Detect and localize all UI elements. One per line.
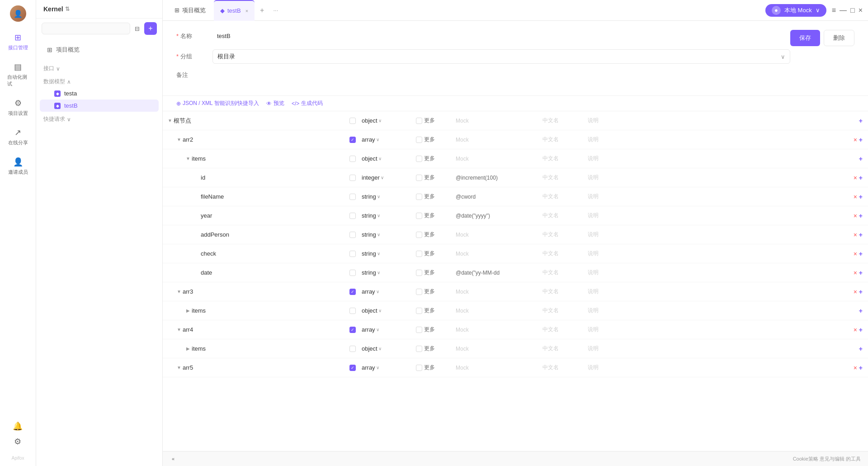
checkbox-addPerson[interactable] <box>349 232 356 238</box>
mock-badge[interactable]: ● 本地 Mock ∨ <box>765 4 826 17</box>
col-more-arr4[interactable]: 更多 <box>416 326 452 333</box>
more-label-check[interactable]: 更多 <box>424 250 435 257</box>
col-mock-check[interactable]: Mock <box>452 251 542 257</box>
tab-testB[interactable]: ◆ testB × <box>214 0 255 21</box>
checkbox-fileName[interactable] <box>349 194 356 200</box>
expand-arr3[interactable]: ▼ <box>175 288 183 295</box>
checkbox-arr4[interactable]: ✓ <box>349 327 356 333</box>
action-minus-check[interactable]: × <box>854 250 857 257</box>
col-more-addPerson[interactable]: 更多 <box>416 231 452 238</box>
nav-project-overview[interactable]: ⊞ 项目概览 <box>42 42 157 57</box>
tab-close-icon[interactable]: × <box>245 8 248 14</box>
action-plus-arr5[interactable]: + <box>859 364 863 371</box>
delete-button[interactable]: 删除 <box>824 30 854 46</box>
action-plus-arr3[interactable]: + <box>859 288 863 295</box>
more-label-items2[interactable]: 更多 <box>424 307 435 314</box>
col-type-items3[interactable]: object ∨ <box>362 345 416 352</box>
expand-root[interactable]: ▼ <box>166 117 174 124</box>
section-model-label[interactable]: 数据模型 ∧ <box>36 74 162 87</box>
checkbox-check[interactable] <box>349 251 356 257</box>
type-select-date[interactable]: string ∨ <box>362 269 380 276</box>
action-plus-items3[interactable]: + <box>859 345 863 352</box>
action-minus-arr3[interactable]: × <box>854 288 857 295</box>
more-label-arr4[interactable]: 更多 <box>424 326 435 333</box>
checkbox-arr3[interactable]: ✓ <box>349 289 356 295</box>
maximize-icon[interactable]: □ <box>850 6 855 14</box>
action-minus-arr4[interactable]: × <box>854 326 857 333</box>
col-type-items2[interactable]: object ∨ <box>362 307 416 314</box>
section-api-label[interactable]: 接口 ∨ <box>36 61 162 74</box>
action-plus-root[interactable]: + <box>859 117 863 124</box>
checkbox-date[interactable] <box>349 270 356 276</box>
sidebar-item-api[interactable]: ⊞ 接口管理 <box>4 29 33 55</box>
col-more-arr2[interactable]: 更多 <box>416 136 452 143</box>
action-plus-year[interactable]: + <box>859 212 863 219</box>
type-select-fileName[interactable]: string ∨ <box>362 193 380 200</box>
col-mock-arr3[interactable]: Mock <box>452 289 542 295</box>
col-more-items3[interactable]: 更多 <box>416 345 452 352</box>
action-plus-addPerson[interactable]: + <box>859 231 863 238</box>
col-mock-id[interactable]: @increment(100) <box>452 175 542 181</box>
action-plus-date[interactable]: + <box>859 269 863 276</box>
col-mock-date[interactable]: @date("yy-MM-dd <box>452 270 542 276</box>
checkbox-id[interactable] <box>349 175 356 181</box>
type-select-arr3[interactable]: array ∨ <box>362 288 379 295</box>
col-more-check[interactable]: 更多 <box>416 250 452 257</box>
gear-icon[interactable]: ⚙ <box>14 437 21 447</box>
col-more-items2[interactable]: 更多 <box>416 307 452 314</box>
col-type-year[interactable]: string ∨ <box>362 212 416 219</box>
preview-btn[interactable]: 👁 预览 <box>266 100 284 107</box>
type-select-items2[interactable]: object ∨ <box>362 307 382 314</box>
checkbox-root[interactable] <box>349 118 356 124</box>
hamburger-icon[interactable]: ≡ <box>832 6 836 14</box>
more-label-year[interactable]: 更多 <box>424 212 435 219</box>
save-button[interactable]: 保存 <box>790 30 820 46</box>
col-type-arr2[interactable]: array ∨ <box>362 136 416 143</box>
col-more-arr3[interactable]: 更多 <box>416 288 452 295</box>
col-type-root[interactable]: object ∨ <box>362 117 416 124</box>
action-minus-arr2[interactable]: × <box>854 136 857 143</box>
action-plus-arr2[interactable]: + <box>859 136 863 143</box>
expand-arr2[interactable]: ▼ <box>175 136 183 143</box>
col-type-arr5[interactable]: array ∨ <box>362 364 416 371</box>
more-label-items3[interactable]: 更多 <box>424 345 435 352</box>
col-more-year[interactable]: 更多 <box>416 212 452 219</box>
col-mock-items2[interactable]: Mock <box>452 308 542 314</box>
sidebar-item-settings[interactable]: ⚙ 项目设置 <box>4 95 33 120</box>
col-mock-year[interactable]: @date("yyyy") <box>452 213 542 219</box>
col-mock-arr5[interactable]: Mock <box>452 365 542 371</box>
col-mock-fileName[interactable]: @cword <box>452 194 542 200</box>
checkbox-year[interactable] <box>349 213 356 219</box>
type-select-id[interactable]: integer ∨ <box>362 174 384 181</box>
action-plus-check[interactable]: + <box>859 250 863 257</box>
tab-project-overview[interactable]: ⊞ 项目概览 <box>168 0 212 21</box>
more-label-items1[interactable]: 更多 <box>424 155 435 162</box>
col-mock-items1[interactable]: Mock <box>452 156 542 162</box>
action-minus-fileName[interactable]: × <box>854 193 857 200</box>
minimize-icon[interactable]: — <box>840 6 847 14</box>
tree-item-testB[interactable]: ◆ testB <box>40 100 159 112</box>
more-label-date[interactable]: 更多 <box>424 269 435 276</box>
col-mock-arr4[interactable]: Mock <box>452 327 542 333</box>
sidebar-item-share[interactable]: ↗ 在线分享 <box>4 124 33 150</box>
more-label-arr3[interactable]: 更多 <box>424 288 435 295</box>
action-plus-id[interactable]: + <box>859 174 863 181</box>
type-select-arr5[interactable]: array ∨ <box>362 364 379 371</box>
more-label-arr5[interactable]: 更多 <box>424 364 435 371</box>
action-minus-id[interactable]: × <box>854 174 857 181</box>
col-more-date[interactable]: 更多 <box>416 269 452 276</box>
tab-add-button[interactable]: + <box>256 5 268 16</box>
col-type-items1[interactable]: object ∨ <box>362 155 416 162</box>
json-xml-btn[interactable]: ⊕ JSON / XML 智能识别/快捷导入 <box>176 100 259 107</box>
col-type-check[interactable]: string ∨ <box>362 250 416 257</box>
filter-icon[interactable]: ⊟ <box>133 24 142 34</box>
col-mock-addPerson[interactable]: Mock <box>452 232 542 238</box>
action-minus-addPerson[interactable]: × <box>854 231 857 238</box>
action-plus-items1[interactable]: + <box>859 155 863 162</box>
more-label-id[interactable]: 更多 <box>424 174 435 181</box>
col-more-id[interactable]: 更多 <box>416 174 452 181</box>
type-select-arr2[interactable]: array ∨ <box>362 136 379 143</box>
col-mock-arr2[interactable]: Mock <box>452 137 542 143</box>
type-select-addPerson[interactable]: string ∨ <box>362 231 380 238</box>
checkbox-arr5[interactable]: ✓ <box>349 365 356 371</box>
